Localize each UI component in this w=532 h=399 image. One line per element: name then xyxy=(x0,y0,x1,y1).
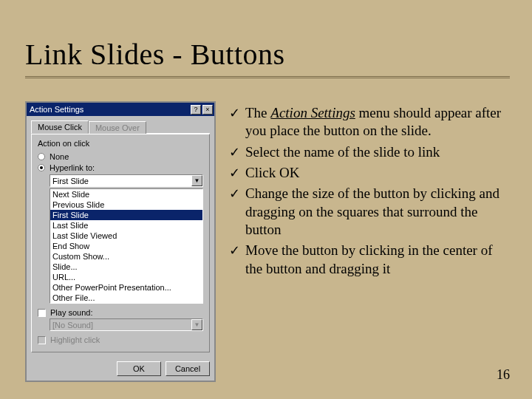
bullet-item: ✓ Click OK xyxy=(229,164,504,182)
highlight-checkbox xyxy=(38,336,46,344)
sound-value: [No Sound] xyxy=(52,321,93,330)
dialog-button-row: OK Cancel xyxy=(27,357,214,381)
title-divider xyxy=(25,76,510,79)
bullet-item: ✓ The Action Settings menu should appear… xyxy=(229,104,504,140)
play-sound-checkbox[interactable] xyxy=(38,309,46,317)
list-item[interactable]: Next Slide xyxy=(50,189,202,200)
list-item[interactable]: Last Slide Viewed xyxy=(50,231,202,241)
bullet-text: Select the name of the slide to link xyxy=(245,143,440,161)
play-sound-label: Play sound: xyxy=(50,308,92,317)
dialog-titlebar: Action Settings ? × xyxy=(27,103,214,116)
radio-none-row[interactable]: None xyxy=(38,152,203,161)
highlight-row: Highlight click xyxy=(38,335,203,344)
checkmark-icon: ✓ xyxy=(229,242,245,279)
dialog-title: Action Settings xyxy=(30,105,83,114)
list-item[interactable]: Previous Slide xyxy=(50,200,202,210)
radio-hyperlink-label: Hyperlink to: xyxy=(50,163,95,172)
bullet-text: Click OK xyxy=(245,164,299,182)
hyperlink-value: First Slide xyxy=(52,177,89,185)
bullet-item: ✓ Move the button by clicking in the cen… xyxy=(229,242,504,278)
hyperlink-listbox[interactable]: Next Slide Previous Slide First Slide La… xyxy=(50,188,203,304)
ok-button[interactable]: OK xyxy=(117,361,161,376)
radio-hyperlink-row[interactable]: Hyperlink to: xyxy=(38,163,203,172)
list-item[interactable]: Custom Show... xyxy=(50,251,202,262)
list-item[interactable]: End Show xyxy=(50,241,202,251)
play-sound-row[interactable]: Play sound: xyxy=(38,308,203,317)
bullet-list: ✓ The Action Settings menu should appear… xyxy=(229,101,507,382)
hyperlink-dropdown[interactable]: First Slide ▼ xyxy=(50,174,203,187)
tab-mouse-click[interactable]: Mouse Click xyxy=(31,120,89,134)
radio-hyperlink[interactable] xyxy=(38,164,45,171)
chevron-down-icon: ▼ xyxy=(191,319,202,330)
sound-dropdown: [No Sound] ▼ xyxy=(50,318,203,331)
content-row: Action Settings ? × Mouse Click Mouse Ov… xyxy=(15,101,517,382)
checkmark-icon: ✓ xyxy=(229,105,245,141)
checkmark-icon: ✓ xyxy=(229,144,245,162)
list-item[interactable]: Other PowerPoint Presentation... xyxy=(50,282,202,293)
slide: Link Slides - Buttons Action Settings ? … xyxy=(0,0,532,399)
list-item[interactable]: Slide... xyxy=(50,262,202,272)
list-item-selected[interactable]: First Slide xyxy=(50,210,202,220)
cancel-button[interactable]: Cancel xyxy=(166,361,210,376)
close-button[interactable]: × xyxy=(202,105,213,115)
tab-strip: Mouse Click Mouse Over xyxy=(31,120,210,134)
bullet-text: Change the size of the button by clickin… xyxy=(245,185,504,239)
list-item[interactable]: Other File... xyxy=(50,293,202,303)
bullet-text: Move the button by clicking in the cente… xyxy=(245,242,504,278)
list-item[interactable]: Last Slide xyxy=(50,220,202,231)
highlight-label: Highlight click xyxy=(50,335,100,344)
radio-none-label: None xyxy=(50,152,69,161)
tab-panel: Action on click None Hyperlink to: First… xyxy=(31,134,210,352)
bullet-text: The Action Settings menu should appear a… xyxy=(245,104,504,140)
help-button[interactable]: ? xyxy=(191,105,201,115)
bullet-item: ✓ Change the size of the button by click… xyxy=(229,185,504,239)
page-number: 16 xyxy=(497,367,510,383)
checkmark-icon: ✓ xyxy=(229,165,245,183)
bullet-item: ✓ Select the name of the slide to link xyxy=(229,143,504,161)
tab-mouse-over[interactable]: Mouse Over xyxy=(89,121,146,134)
checkmark-icon: ✓ xyxy=(229,185,245,239)
chevron-down-icon[interactable]: ▼ xyxy=(191,175,202,186)
slide-title: Link Slides - Buttons xyxy=(25,37,517,72)
action-settings-dialog: Action Settings ? × Mouse Click Mouse Ov… xyxy=(25,101,216,382)
list-item[interactable]: URL... xyxy=(50,272,202,282)
section-label: Action on click xyxy=(38,139,203,148)
radio-none[interactable] xyxy=(38,153,45,160)
